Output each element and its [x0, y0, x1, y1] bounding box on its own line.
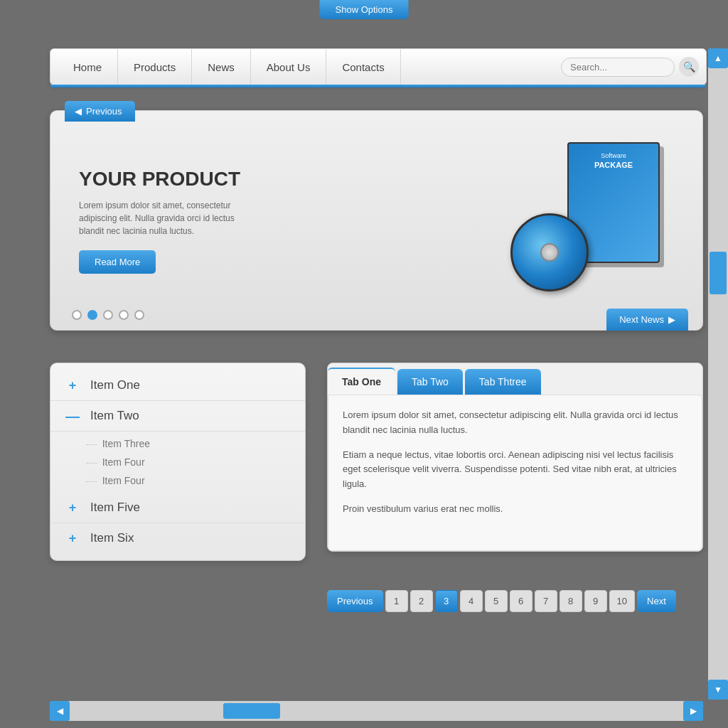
tree-sub-item-four-b[interactable]: Item Four [86, 471, 305, 490]
tree-panel: + Item One — Item Two Item Three Item Fo… [50, 363, 306, 561]
h-scroll-right-arrow[interactable]: ▶ [683, 701, 703, 721]
tabs-para-1: Lorem ipsum dolor sit amet, consectetur … [343, 408, 687, 438]
nav-item-news[interactable]: News [192, 48, 251, 85]
v-scroll-up-arrow[interactable]: ▲ [708, 48, 728, 68]
page-3[interactable]: 3 [435, 590, 458, 612]
tree-sub-items: Item Three Item Four Item Four [50, 432, 305, 493]
arrow-left-icon: ◀ [75, 106, 82, 117]
pagination-prev-button[interactable]: Previous [327, 590, 383, 612]
search-icon[interactable]: 🔍 [679, 57, 699, 77]
arrow-right-icon: ▶ [668, 314, 675, 325]
tree-item-one[interactable]: + Item One [50, 370, 305, 401]
h-scroll-track[interactable] [70, 701, 683, 721]
h-scroll-left-arrow[interactable]: ◀ [50, 701, 70, 721]
pagination-next-button[interactable]: Next [637, 590, 676, 612]
tree-minus-icon-1: — [65, 408, 80, 424]
tree-plus-icon-3: + [65, 530, 80, 546]
v-scroll-track[interactable] [708, 68, 728, 680]
read-more-button[interactable]: Read More [79, 250, 156, 274]
slider-content: YOUR PRODUCT Lorem ipsum dolor sit amet,… [50, 111, 702, 330]
page-9[interactable]: 9 [584, 590, 607, 612]
dot-1[interactable] [87, 310, 97, 320]
page-7[interactable]: 7 [535, 590, 557, 612]
pagination: Previous 1 2 3 4 5 6 7 8 9 10 Next [327, 590, 703, 612]
tree-item-five-label: Item Five [90, 500, 140, 515]
v-scroll-down-arrow[interactable]: ▼ [708, 680, 728, 700]
dot-3[interactable] [119, 310, 129, 320]
nav-item-products[interactable]: Products [118, 48, 192, 85]
slider-product-title: YOUR PRODUCT [79, 168, 475, 191]
tree-plus-icon-0: + [65, 378, 80, 393]
nav-item-contacts[interactable]: Contacts [326, 48, 400, 85]
nav-item-home[interactable]: Home [58, 48, 118, 85]
nav-item-about[interactable]: About Us [251, 48, 327, 85]
page-10[interactable]: 10 [609, 590, 635, 612]
slider-dots [72, 310, 144, 320]
page-5[interactable]: 5 [485, 590, 508, 612]
search-input[interactable] [561, 58, 675, 77]
show-options-bar[interactable]: Show Options [320, 0, 409, 19]
tab-two[interactable]: Tab Two [397, 369, 463, 395]
slider-text: YOUR PRODUCT Lorem ipsum dolor sit amet,… [79, 168, 489, 274]
tree-item-one-label: Item One [90, 378, 140, 392]
page-8[interactable]: 8 [560, 590, 582, 612]
v-scrollbar: ▲ ▼ [708, 48, 728, 700]
page-6[interactable]: 6 [510, 590, 532, 612]
tab-one[interactable]: Tab One [328, 368, 395, 395]
h-scroll-thumb[interactable] [223, 703, 280, 719]
nav-bar: Home Products News About Us Contacts 🔍 [50, 48, 707, 85]
nav-search: 🔍 [561, 57, 699, 77]
tree-item-six[interactable]: + Item Six [50, 523, 305, 553]
software-title: PACKAGE [594, 161, 633, 169]
tree-item-five[interactable]: + Item Five [50, 493, 305, 523]
tree-item-two[interactable]: — Item Two [50, 401, 305, 432]
dot-2[interactable] [103, 310, 113, 320]
next-news-button[interactable]: Next News ▶ [606, 309, 688, 331]
tabs-para-2: Etiam a neque lectus, vitae lobortis orc… [343, 448, 687, 492]
tabs-content: Lorem ipsum dolor sit amet, consectetur … [328, 395, 702, 551]
slider-prev-button[interactable]: ◀ Previous [65, 101, 135, 122]
tree-plus-icon-2: + [65, 500, 80, 515]
next-news-label: Next News [619, 314, 664, 325]
page-1[interactable]: 1 [385, 590, 408, 612]
slider-product-image: Software PACKAGE [489, 135, 674, 306]
tabs-header: Tab One Tab Two Tab Thtree [328, 363, 702, 395]
page-4[interactable]: 4 [460, 590, 483, 612]
tree-item-six-label: Item Six [90, 531, 134, 545]
h-scrollbar: ◀ ▶ [50, 701, 703, 721]
page-2[interactable]: 2 [410, 590, 433, 612]
v-scroll-thumb[interactable] [710, 252, 727, 294]
dot-0[interactable] [72, 310, 82, 320]
dot-4[interactable] [134, 310, 144, 320]
tabs-para-3: Proin vestibulum varius erat nec mollis. [343, 502, 687, 517]
tree-sub-item-three[interactable]: Item Three [86, 434, 305, 453]
tabs-panel: Tab One Tab Two Tab Thtree Lorem ipsum d… [327, 363, 703, 552]
slider-product-desc: Lorem ipsum dolor sit amet, consectetur … [79, 199, 235, 237]
tree-item-two-label: Item Two [90, 409, 139, 423]
software-label: Software [601, 152, 626, 161]
slider-prev-label: Previous [86, 106, 122, 117]
tree-sub-item-four-a[interactable]: Item Four [86, 453, 305, 471]
cd-disc [510, 213, 589, 291]
tab-three[interactable]: Tab Thtree [465, 369, 541, 395]
nav-items: Home Products News About Us Contacts [58, 48, 561, 85]
slider-container: ◀ Previous YOUR PRODUCT Lorem ipsum dolo… [50, 110, 703, 331]
